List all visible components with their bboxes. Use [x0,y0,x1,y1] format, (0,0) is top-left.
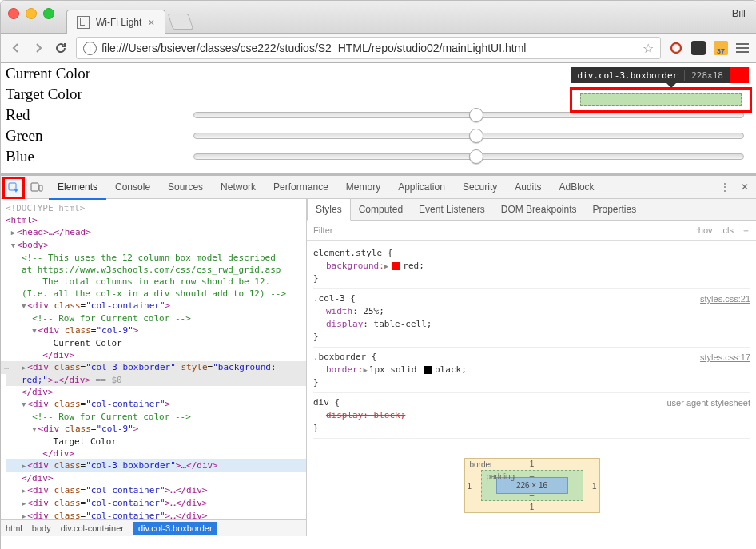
slider-thumb[interactable] [469,108,483,122]
back-button[interactable] [9,41,23,55]
red-slider[interactable] [193,112,744,118]
devtools-tab-sources[interactable]: Sources [159,176,212,198]
bookmark-star-icon[interactable]: ☆ [643,41,654,56]
url-text: file:///Users/bsiever/classes/cse222/stu… [101,42,526,54]
forward-button[interactable] [31,41,46,55]
inspect-tooltip: div.col-3.boxborder 228×18 [571,67,749,83]
devtools-tabbar: Elements Console Sources Network Perform… [1,176,756,199]
ext3-badge: 37 [717,47,725,55]
green-slider[interactable] [193,133,744,139]
devtools-tab-adblock[interactable]: AdBlock [551,176,603,198]
titlebar: Wi-Fi Light × Bill [1,1,756,34]
devtools-tab-application[interactable]: Application [389,176,454,198]
browser-window: Wi-Fi Light × Bill i file:///Users/bsiev… [0,0,756,549]
close-window-button[interactable] [8,8,19,19]
profile-name[interactable]: Bill [732,7,746,19]
toolbar: i file:///Users/bsiever/classes/cse222/s… [1,34,756,63]
devtools-tab-memory[interactable]: Memory [337,176,389,198]
cls-toggle[interactable]: .cls [721,225,734,235]
extension-icon-2[interactable] [691,41,706,55]
current-color-label: Current Color [6,65,193,82]
svg-rect-2 [31,183,38,191]
tooltip-selector: div.col-3.boxborder [571,70,684,81]
devtools-close-icon[interactable]: ✕ [741,181,749,193]
red-label: Red [6,106,193,124]
devtools-tab-audits[interactable]: Audits [506,176,550,198]
blue-slider[interactable] [193,153,744,160]
styles-tab-listeners[interactable]: Event Listeners [411,199,493,220]
extension-icon-3[interactable]: 37 [714,41,728,55]
extension-icon-1[interactable] [669,41,683,55]
color-swatch-icon[interactable] [424,366,432,374]
color-swatch-icon[interactable] [392,262,400,270]
devtools-tab-console[interactable]: Console [106,176,159,198]
target-color-label: Target Color [6,86,193,103]
styles-tab-styles[interactable]: Styles [307,199,351,221]
site-info-icon[interactable]: i [83,42,97,55]
browser-tab[interactable]: Wi-Fi Light × [66,10,165,34]
svg-rect-3 [39,185,42,191]
devtools-tab-security[interactable]: Security [454,176,506,198]
elements-panel: <!DOCTYPE html> <html> <head>…</head> <b… [1,199,307,536]
new-rule-button[interactable]: ＋ [742,225,750,237]
window-controls [1,1,62,19]
minimize-window-button[interactable] [26,8,37,19]
svg-point-0 [671,43,681,53]
styles-tab-properties[interactable]: Properties [584,199,644,220]
styles-filter-bar: Filter :hov .cls ＋ [307,221,756,241]
address-bar[interactable]: i file:///Users/bsiever/classes/cse222/s… [76,37,661,59]
crumb-body[interactable]: body [32,523,51,533]
tooltip-dimensions: 228×18 [684,70,730,81]
styles-panel: Styles Computed Event Listeners DOM Brea… [307,199,756,536]
slider-thumb[interactable] [469,129,483,143]
tab-title: Wi-Fi Light [96,17,141,28]
source-link[interactable]: styles.css:21 [700,292,750,305]
device-toolbar-button[interactable] [25,177,49,197]
tab-close-icon[interactable]: × [148,16,154,29]
crumb-html[interactable]: html [6,523,22,533]
devtools-tab-performance[interactable]: Performance [265,176,337,198]
reload-button[interactable] [54,41,68,55]
crumb-selected[interactable]: div.col-3.boxborder [133,522,217,535]
ua-stylesheet-label: user agent stylesheet [666,396,750,409]
blue-label: Blue [6,148,193,165]
devtools-tab-network[interactable]: Network [212,176,265,198]
zoom-window-button[interactable] [43,8,54,19]
inspected-element-highlight [570,87,752,113]
dom-tree[interactable]: <!DOCTYPE html> <html> <head>…</head> <b… [1,199,306,519]
inspect-element-button[interactable] [1,177,25,197]
slider-thumb[interactable] [469,149,483,164]
tab-strip: Wi-Fi Light × [66,1,191,33]
tooltip-color-swatch [730,67,749,83]
style-rules[interactable]: element.style { background:red; } styles… [307,241,756,442]
styles-tab-breakpoints[interactable]: DOM Breakpoints [493,199,585,220]
new-tab-button[interactable] [167,14,193,30]
green-label: Green [6,127,193,145]
source-link[interactable]: styles.css:17 [700,351,750,364]
hov-toggle[interactable]: :hov [696,225,713,235]
devtools: Elements Console Sources Network Perform… [1,173,756,536]
page-favicon-icon [77,16,90,29]
breadcrumb[interactable]: html body div.col-container div.col-3.bo… [1,519,306,536]
box-model: border 1 1 1 1 padding – – – – 226 × 16 [464,458,600,513]
styles-tab-computed[interactable]: Computed [351,199,411,220]
crumb-container[interactable]: div.col-container [61,523,124,533]
devtools-menu-icon[interactable]: ⋮ [720,181,730,193]
styles-tabbar: Styles Computed Event Listeners DOM Brea… [307,199,756,221]
filter-placeholder[interactable]: Filter [313,225,332,235]
inspected-element-content [580,93,742,106]
chrome-menu-button[interactable] [736,43,749,53]
devtools-tab-elements[interactable]: Elements [49,176,106,200]
